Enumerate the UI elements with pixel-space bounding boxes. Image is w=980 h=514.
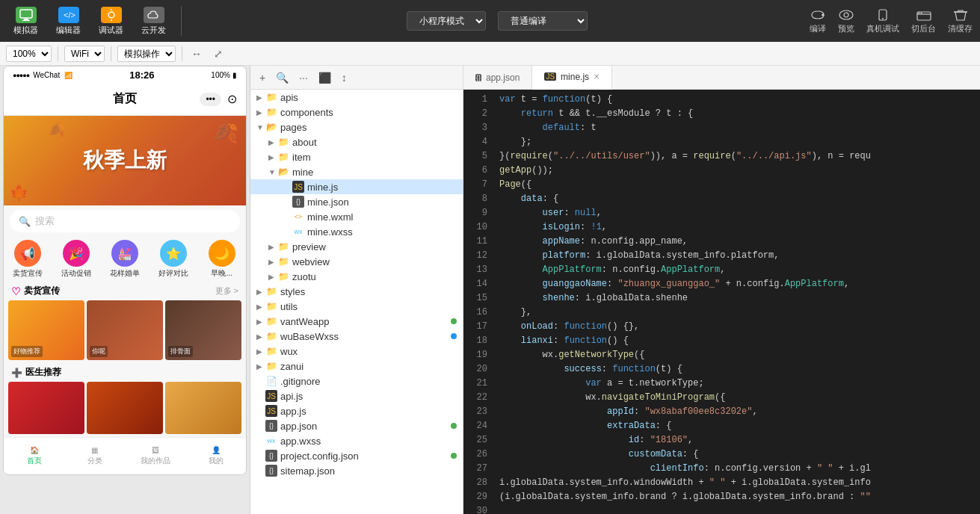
- tab-works[interactable]: 🖼 我的作品: [125, 438, 185, 474]
- tree-file-gitignore[interactable]: 📄 .gitignore: [250, 374, 463, 388]
- section-more[interactable]: 更多 >: [215, 285, 238, 297]
- tree-file-mine-js[interactable]: JS mine.js: [250, 179, 463, 194]
- tree-file-mine-json[interactable]: {} mine.json: [250, 194, 463, 209]
- mode-select[interactable]: 小程序模式: [407, 11, 486, 31]
- wifi-select[interactable]: WiFi: [64, 46, 105, 62]
- folder-icon: 📁: [277, 270, 289, 282]
- code-line-15: guanggaoName: "zhuangx_guanggao_" + n.co…: [499, 277, 974, 291]
- json-file-icon: {}: [265, 450, 277, 462]
- tree-file-mine-wxml[interactable]: <> mine.wxml: [250, 209, 463, 224]
- simulator-button[interactable]: 模拟器: [7, 4, 44, 39]
- tab-mine-js[interactable]: JS mine.js ✕: [532, 66, 612, 90]
- tree-file-sitemap[interactable]: {} sitemap.json: [250, 463, 463, 478]
- simulator-panel: ●●●●● WeChat 📶 18:26 100% ▮ 首页 ••• ⊙: [0, 66, 250, 514]
- product-5[interactable]: [87, 382, 163, 434]
- code-content: var t = function(t) { return t && t.__es…: [493, 90, 980, 514]
- tree-file-api-js[interactable]: JS api.js: [250, 388, 463, 403]
- badge-modified-2: [451, 453, 457, 459]
- debugger-button[interactable]: 调试器: [93, 4, 129, 39]
- tree-folder-apis[interactable]: ▶ 📁 apis: [250, 90, 463, 105]
- zoom-select[interactable]: 100%: [6, 46, 52, 62]
- svg-point-4: [108, 12, 114, 18]
- nav-camera[interactable]: ⊙: [227, 92, 237, 106]
- nav-dots[interactable]: •••: [200, 93, 221, 106]
- tree-folder-components[interactable]: ▶ 📁 components: [250, 105, 463, 120]
- tree-folder-preview[interactable]: ▶ 📁 preview: [250, 239, 463, 254]
- tree-file-project-config[interactable]: {} project.config.json: [250, 448, 463, 463]
- second-sep-2: [111, 46, 111, 61]
- product-2[interactable]: 你呢: [87, 300, 163, 360]
- tab-app-json[interactable]: {} app.json: [463, 66, 532, 90]
- section-icon: ♡: [11, 285, 21, 297]
- tree-folder-utils[interactable]: ▶ 📁 utils: [250, 299, 463, 314]
- code-line-19: lianxi: function() {: [499, 334, 974, 348]
- more-options-button[interactable]: ···: [296, 70, 311, 85]
- sim-op-select[interactable]: 模拟操作: [117, 46, 176, 62]
- search-icon: 🔍: [19, 216, 31, 227]
- tab-home[interactable]: 🏠 首页: [4, 438, 64, 474]
- code-line-30: (i.globalData.system_info.brand ? i.glob…: [499, 490, 974, 504]
- code-editor-area[interactable]: 12345 678910 1112131415 1617181920 21222…: [463, 90, 980, 514]
- code-line-18: onLoad: function() {},: [499, 320, 974, 334]
- tab-mine[interactable]: 👤 我的: [185, 438, 246, 474]
- product-6[interactable]: [165, 382, 241, 434]
- cloud-button[interactable]: 云开发: [135, 4, 172, 39]
- product-4[interactable]: [8, 382, 84, 434]
- folder-icon: 📁: [265, 360, 277, 372]
- menu-item-1[interactable]: 📢 卖货宣传: [4, 240, 52, 279]
- real-debug-button[interactable]: 真机调试: [866, 8, 899, 34]
- tree-folder-wubasewxss[interactable]: ▶ 📁 wuBaseWxss: [250, 329, 463, 344]
- tree-folder-pages[interactable]: ▼ 📂 pages: [250, 120, 463, 134]
- menu-item-4[interactable]: ⭐ 好评对比: [149, 240, 197, 279]
- tree-folder-about[interactable]: ▶ 📁 about: [250, 134, 463, 149]
- tab-category[interactable]: ▦ 分类: [64, 438, 125, 474]
- js-file-icon: JS: [265, 390, 277, 402]
- collapse-button[interactable]: ⬛: [315, 70, 334, 85]
- preview-button[interactable]: 预览: [838, 8, 854, 34]
- tree-file-app-json[interactable]: {} app.json: [250, 418, 463, 433]
- folder-icon: 📁: [277, 256, 289, 267]
- tree-folder-mine[interactable]: ▼ 📂 mine: [250, 164, 463, 179]
- svg-point-13: [920, 12, 922, 13]
- add-file-button[interactable]: +: [256, 70, 268, 85]
- editor-button[interactable]: </> 编辑器: [50, 4, 87, 39]
- expand-button[interactable]: ⤢: [211, 46, 226, 61]
- code-line-24: appId: "wx8abaf00ee8c3202e",: [499, 405, 974, 419]
- tree-file-app-js[interactable]: JS app.js: [250, 403, 463, 418]
- tree-folder-item[interactable]: ▶ 📁 item: [250, 149, 463, 164]
- code-line-20: wx.getNetworkType({: [499, 348, 974, 362]
- code-line-3: default: t: [499, 121, 974, 135]
- tree-folder-zanui[interactable]: ▶ 📁 zanui: [250, 359, 463, 374]
- sort-button[interactable]: ↕: [339, 70, 350, 85]
- close-mine-js[interactable]: ✕: [594, 72, 600, 81]
- menu-item-3[interactable]: 💒 花样婚单: [101, 240, 150, 279]
- folder-open-icon: 📂: [265, 121, 277, 133]
- menu-item-2[interactable]: 🎉 活动促销: [52, 240, 101, 279]
- rotate-button[interactable]: ↔: [188, 46, 205, 61]
- search-file-button[interactable]: 🔍: [273, 70, 292, 85]
- search-bar[interactable]: 🔍 搜索: [10, 210, 240, 232]
- js-file-icon: JS: [265, 405, 277, 417]
- product-3[interactable]: 排骨面: [165, 300, 241, 360]
- code-line-8: Page({: [499, 178, 974, 192]
- code-line-2: return t && t.__esModule ? t : {: [499, 107, 974, 121]
- top-toolbar: 模拟器 </> 编辑器 调试器 云开发 小程序模式: [0, 0, 980, 42]
- second-sep-3: [182, 46, 182, 61]
- tree-folder-vantweapp[interactable]: ▶ 📁 vantWeapp: [250, 314, 463, 329]
- tree-folder-wux[interactable]: ▶ 📁 wux: [250, 344, 463, 359]
- tree-file-app-wxss[interactable]: wx app.wxss: [250, 433, 463, 448]
- menu-item-5[interactable]: 🌙 早晚...: [197, 240, 246, 279]
- folder-icon: 📁: [265, 345, 277, 357]
- cut-desk-button[interactable]: 切后台: [911, 8, 936, 34]
- tree-folder-webview[interactable]: ▶ 📁 webview: [250, 254, 463, 269]
- tree-folder-zuotu[interactable]: ▶ 📁 zuotu: [250, 269, 463, 284]
- tree-file-mine-wxss[interactable]: wx mine.wxss: [250, 224, 463, 239]
- product-1[interactable]: 好物推荐: [8, 300, 84, 360]
- tree-folder-styles[interactable]: ▶ 📁 styles: [250, 284, 463, 299]
- code-line-1: var t = function(t) {: [499, 93, 974, 107]
- compile-button[interactable]: 编译: [810, 8, 826, 34]
- compile-select[interactable]: 普通编译: [498, 11, 588, 31]
- svg-rect-0: [20, 10, 32, 18]
- doctor-section-header: ➕ 医生推荐: [4, 363, 246, 382]
- clear-cache-button[interactable]: 清缓存: [948, 8, 973, 34]
